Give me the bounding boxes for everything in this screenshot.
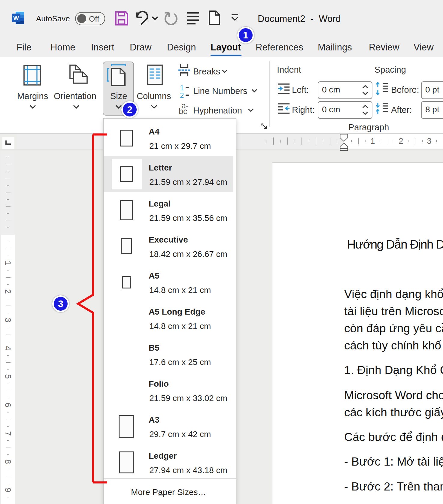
svg-text:1: 1: [180, 85, 184, 92]
svg-text:W: W: [13, 15, 19, 21]
svg-text:2: 2: [180, 91, 184, 98]
